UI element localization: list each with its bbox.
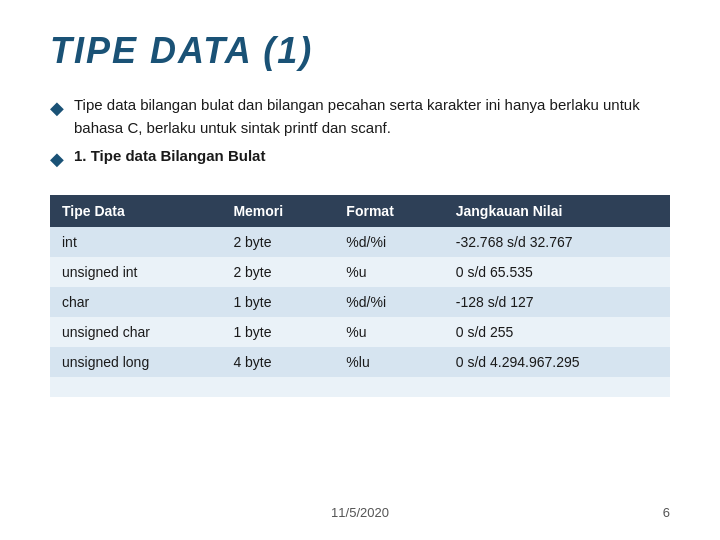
cell-jangkauan-4: 0 s/d 4.294.967.295 [444,347,670,377]
cell-tipe-0: int [50,227,221,257]
cell-format-2: %d/%i [334,287,443,317]
slide-title: TIPE DATA (1) [50,30,670,72]
col-header-memori: Memori [221,195,334,227]
data-table: Tipe Data Memori Format Jangkauan Nilai … [50,195,670,397]
cell-memori-1: 2 byte [221,257,334,287]
cell-format-4: %lu [334,347,443,377]
footer-date: 11/5/2020 [110,505,610,520]
cell-format-3: %u [334,317,443,347]
cell-empty-2 [334,377,443,397]
bullet-icon-1: ◆ [50,95,64,122]
bullet-icon-2: ◆ [50,146,64,173]
table-row: unsigned char 1 byte %u 0 s/d 255 [50,317,670,347]
cell-tipe-1: unsigned int [50,257,221,287]
cell-tipe-3: unsigned char [50,317,221,347]
table-row: unsigned long 4 byte %lu 0 s/d 4.294.967… [50,347,670,377]
table-row: char 1 byte %d/%i -128 s/d 127 [50,287,670,317]
footer-page: 6 [610,505,670,520]
col-header-jangkauan: Jangkauan Nilai [444,195,670,227]
cell-jangkauan-1: 0 s/d 65.535 [444,257,670,287]
slide-footer: 11/5/2020 6 [50,497,670,520]
cell-memori-3: 1 byte [221,317,334,347]
cell-empty-3 [444,377,670,397]
bullet-section: ◆ Tipe data bilangan bulat dan bilangan … [50,94,670,173]
table-header-row: Tipe Data Memori Format Jangkauan Nilai [50,195,670,227]
bullet-text-2: 1. Tipe data Bilangan Bulat [74,145,265,168]
cell-empty-0 [50,377,221,397]
bullet-text-1: Tipe data bilangan bulat dan bilangan pe… [74,94,670,139]
cell-jangkauan-3: 0 s/d 255 [444,317,670,347]
cell-empty-1 [221,377,334,397]
cell-tipe-2: char [50,287,221,317]
col-header-tipe: Tipe Data [50,195,221,227]
cell-format-0: %d/%i [334,227,443,257]
slide-container: TIPE DATA (1) ◆ Tipe data bilangan bulat… [0,0,720,540]
table-row: unsigned int 2 byte %u 0 s/d 65.535 [50,257,670,287]
bullet-item-2: ◆ 1. Tipe data Bilangan Bulat [50,145,670,173]
cell-jangkauan-2: -128 s/d 127 [444,287,670,317]
cell-jangkauan-0: -32.768 s/d 32.767 [444,227,670,257]
cell-memori-4: 4 byte [221,347,334,377]
cell-memori-2: 1 byte [221,287,334,317]
cell-memori-0: 2 byte [221,227,334,257]
table-row: int 2 byte %d/%i -32.768 s/d 32.767 [50,227,670,257]
col-header-format: Format [334,195,443,227]
cell-format-1: %u [334,257,443,287]
bullet-item-1: ◆ Tipe data bilangan bulat dan bilangan … [50,94,670,139]
table-row-empty [50,377,670,397]
cell-tipe-4: unsigned long [50,347,221,377]
